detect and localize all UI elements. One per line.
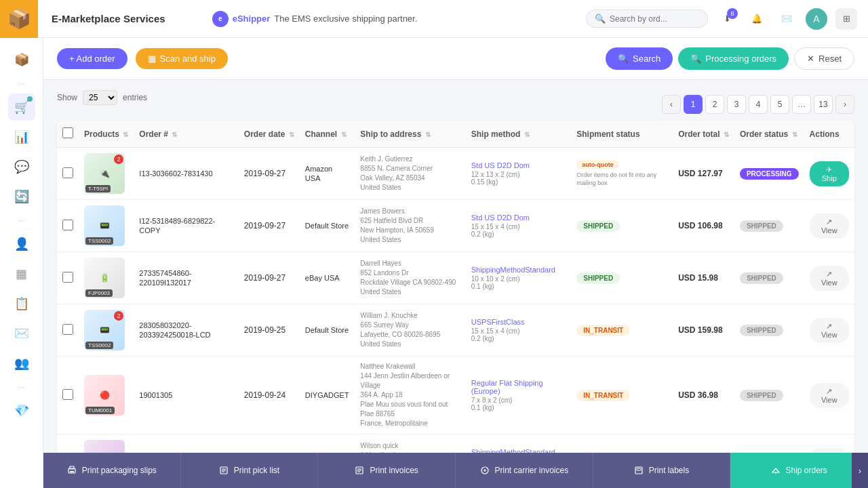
sidebar-item-user[interactable]: 👤 xyxy=(8,230,35,258)
col-order-total: Order total ⇅ xyxy=(673,121,734,148)
search-button[interactable]: 🔍 Search xyxy=(606,47,673,70)
channel: Default Store xyxy=(305,222,349,230)
row-checkbox[interactable] xyxy=(62,167,73,178)
app-title: E-Marketplace Services xyxy=(52,13,204,24)
sidebar-item-list[interactable]: 📋 xyxy=(8,290,35,317)
product-tag: TUM0001 xyxy=(85,407,115,414)
col-products: Products ⇅ xyxy=(79,121,134,148)
view-button[interactable]: ↗ View xyxy=(810,214,849,239)
col-channel: Channel ⇅ xyxy=(300,121,355,148)
view-button[interactable]: ↗ View xyxy=(810,266,849,291)
view-button[interactable]: ↗ View xyxy=(810,383,849,408)
page-ellipsis: … xyxy=(792,95,811,114)
bell-icon[interactable]: 🔔 xyxy=(746,8,768,30)
product-cell: 📟 TSS0002 2 xyxy=(84,310,128,350)
close-icon: ✕ xyxy=(807,54,814,64)
order-number: I12-5318489-6829822-COPY xyxy=(139,217,215,235)
ship-method: Regular Flat Shipping (Europe) 7 x 8 x 2… xyxy=(471,379,566,411)
orders-table: Products ⇅ Order # ⇅ Order date ⇅ Channe… xyxy=(57,121,854,453)
ship-address: Darrell Hayes852 Landons DrRockdale Vill… xyxy=(360,259,460,297)
row-checkbox[interactable] xyxy=(62,220,73,230)
product-tag: FJP0003 xyxy=(85,289,113,297)
reset-button[interactable]: ✕ Reset xyxy=(794,47,854,70)
select-all-checkbox[interactable] xyxy=(62,127,73,138)
channel: Amazon USA xyxy=(305,165,332,182)
entries-select[interactable]: 2550100 xyxy=(83,90,117,105)
row-checkbox[interactable] xyxy=(62,389,73,400)
carrier-invoices-button[interactable]: Print carrier invoices xyxy=(456,453,593,488)
sidebar-item-sync[interactable]: 🔄 xyxy=(8,183,35,210)
print-pick-button[interactable]: Print pick list xyxy=(181,453,319,488)
product-cell: 🔋 FJP0003 xyxy=(84,258,128,298)
sidebar-item-gem[interactable]: 💎 xyxy=(8,397,35,424)
page-13-button[interactable]: 13 xyxy=(814,95,833,114)
page-5-button[interactable]: 5 xyxy=(770,95,789,114)
order-total: USD 127.97 xyxy=(678,169,722,178)
product-badge: 2 xyxy=(114,155,123,164)
label-icon xyxy=(634,466,644,475)
product-thumbnail: 🔋 FJP0003 xyxy=(84,258,125,298)
sidebar-item-users[interactable]: 👥 xyxy=(8,350,35,377)
sidebar-item-packages[interactable]: 📦 xyxy=(8,46,35,73)
product-cell: 📟 TSS0002 xyxy=(84,205,128,246)
product-thumbnail: 🔴 TUM0001 xyxy=(84,375,125,415)
next-page-button[interactable]: › xyxy=(835,95,854,114)
row-checkbox[interactable] xyxy=(62,324,73,335)
bottom-bar: Print packaging slips Print pick list Pr… xyxy=(43,453,868,488)
sidebar-item-mail[interactable]: ✉️ xyxy=(8,320,35,347)
avatar[interactable]: A xyxy=(806,8,827,30)
print-labels-button[interactable]: Print labels xyxy=(593,453,731,488)
ship-address: James Bowers625 Hatfield Blvd DRNew Hamp… xyxy=(360,207,460,245)
print-packaging-button[interactable]: Print packaging slips xyxy=(43,453,181,488)
search-box[interactable]: 🔍 xyxy=(586,9,708,28)
svg-rect-2 xyxy=(70,471,74,472)
page-1-button[interactable]: 1 xyxy=(684,95,703,114)
download-icon[interactable]: ⬇ 8 xyxy=(716,8,738,30)
actions-cell: ↗ View xyxy=(804,304,854,357)
table-area: Show 2550100 entries ‹ 1 2 3 4 5 … xyxy=(43,80,868,453)
shipment-status-cell: IN_TRANSIT xyxy=(571,434,673,453)
ship-orders-button[interactable]: Ship orders xyxy=(730,453,868,488)
prev-page-button[interactable]: ‹ xyxy=(662,95,681,114)
order-status-badge: SHIPPED xyxy=(740,272,783,284)
order-date: 2019-09-27 xyxy=(244,169,285,178)
page-2-button[interactable]: 2 xyxy=(705,95,724,114)
processing-orders-button[interactable]: 🔍 Processing orders xyxy=(678,47,789,70)
toolbar-right: 🔍 Search 🔍 Processing orders ✕ Reset xyxy=(606,47,854,70)
shipment-status-cell: IN_TRANSIT xyxy=(571,304,673,357)
row-checkbox[interactable] xyxy=(62,272,73,283)
print-invoices-button[interactable]: Print invoices xyxy=(318,453,456,488)
sidebar-item-orders[interactable]: 🛒 xyxy=(8,94,35,121)
sidebar-dots-1: ··· xyxy=(18,79,24,88)
search-btn-icon: 🔍 xyxy=(618,54,629,64)
view-button[interactable]: ↗ View xyxy=(810,318,849,343)
ship-icon xyxy=(771,466,781,475)
mail-icon[interactable]: ✉️ xyxy=(776,8,797,30)
ship-address: Natthee Krakewall144 Jenn Jestlin Alberd… xyxy=(360,362,460,428)
scan-ship-button[interactable]: ▦ Scan and ship xyxy=(136,48,228,69)
sidebar-item-messages[interactable]: 💬 xyxy=(8,153,35,180)
table-row: 📟 TSS0002 2 283058032020-2033924250018-L… xyxy=(57,304,854,357)
sidebar-dots-3: ··· xyxy=(18,382,24,392)
sidebar-item-analytics[interactable]: 📊 xyxy=(8,123,35,150)
product-image-icon: 🔌 xyxy=(100,169,110,178)
main-content: + Add order ▦ Scan and ship 🔍 Search 🔍 P… xyxy=(43,38,868,488)
product-tag: TSS0002 xyxy=(85,237,113,245)
product-image-icon: 🔋 xyxy=(100,273,110,283)
ship-button[interactable]: ✈ Ship xyxy=(810,161,849,186)
entries-label: entries xyxy=(123,93,147,102)
table-controls: Show 2550100 entries xyxy=(57,90,147,105)
add-order-button[interactable]: + Add order xyxy=(57,48,127,69)
product-cell: 🔌 T-T5SPI 2 xyxy=(84,153,128,194)
search-icon: 🔍 xyxy=(595,14,606,24)
sidebar-item-grid[interactable]: ▦ xyxy=(8,260,35,287)
page-4-button[interactable]: 4 xyxy=(749,95,768,114)
search-input[interactable] xyxy=(610,14,699,24)
bottom-bar-expand[interactable]: › xyxy=(852,453,868,488)
view-button[interactable]: ↗ View xyxy=(810,448,849,453)
order-total: USD 106.98 xyxy=(678,221,722,230)
barcode-icon: ▦ xyxy=(148,54,156,64)
order-total: USD 36.98 xyxy=(678,390,718,400)
page-3-button[interactable]: 3 xyxy=(727,95,746,114)
grid-menu-icon[interactable]: ⊞ xyxy=(835,8,857,30)
